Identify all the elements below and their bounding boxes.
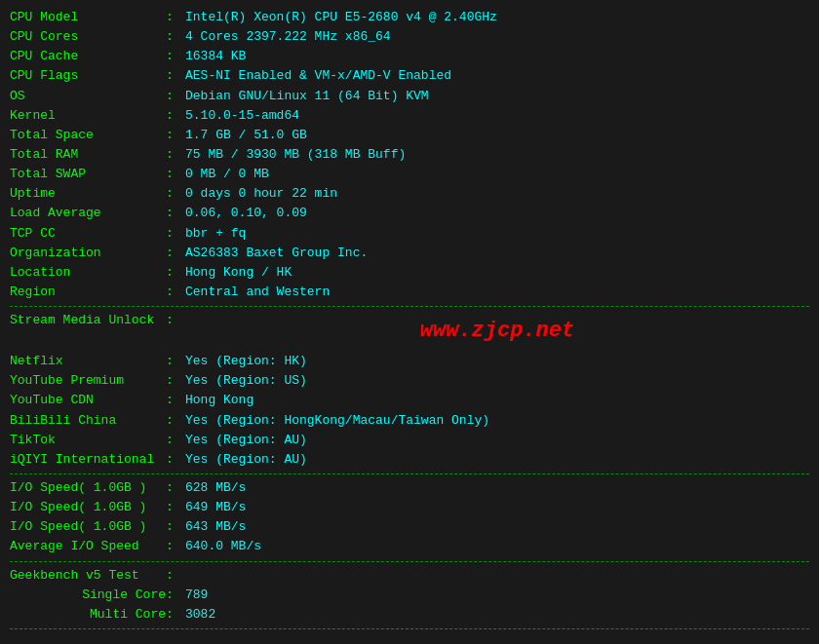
colon-11: :: [166, 204, 185, 223]
tcp-cc-row: TCP CC : bbr + fq: [10, 224, 809, 244]
tiktok-label: TikTok: [10, 431, 166, 450]
bilibili-value: Yes (Region: HongKong/Macau/Taiwan Only): [185, 411, 809, 431]
colon-23: :: [166, 498, 185, 517]
netflix-row: Netflix : Yes (Region: HK): [10, 352, 809, 371]
load-avg-row: Load Average : 0.06, 0.10, 0.09: [10, 204, 809, 223]
colon-17: :: [166, 371, 185, 391]
uptime-value: 0 days 0 hour 22 min: [185, 184, 809, 204]
region-value: Central and Western: [185, 283, 809, 302]
tiktok-row: TikTok : Yes (Region: AU): [10, 431, 809, 450]
total-swap-value: 0 MB / 0 MB: [185, 165, 809, 184]
location-label: Location: [10, 263, 166, 283]
region-row: Region : Central and Western: [10, 283, 809, 302]
netflix-value: Yes (Region: HK): [185, 352, 809, 371]
colon-16: :: [166, 352, 185, 371]
youtube-cdn-value: Hong Kong: [185, 391, 809, 410]
total-space-row: Total Space : 1.7 GB / 51.0 GB: [10, 126, 809, 145]
colon-14: :: [166, 263, 185, 283]
os-value: Debian GNU/Linux 11 (64 Bit) KVM: [185, 87, 809, 106]
io1-label: I/O Speed( 1.0GB ): [10, 478, 166, 498]
avg-io-label: Average I/O Speed: [10, 537, 166, 556]
cpu-model-value: Intel(R) Xeon(R) CPU E5-2680 v4 @ 2.40GH…: [185, 8, 809, 27]
colon-26: :: [166, 566, 185, 586]
colon-3: :: [166, 47, 185, 66]
location-value: Hong Kong / HK: [185, 263, 809, 283]
colon-stream: :: [166, 311, 185, 352]
single-core-label: Single Core: [10, 586, 166, 605]
kernel-label: Kernel: [10, 106, 166, 126]
io3-value: 643 MB/s: [185, 517, 809, 537]
total-ram-value: 75 MB / 3930 MB (318 MB Buff): [185, 145, 809, 165]
io2-label: I/O Speed( 1.0GB ): [10, 498, 166, 517]
youtube-premium-label: YouTube Premium: [10, 371, 166, 391]
tcp-cc-value: bbr + fq: [185, 224, 809, 244]
divider-4: [10, 628, 809, 629]
single-core-row: Single Core : 789: [10, 586, 809, 605]
os-label: OS: [10, 87, 166, 106]
colon-22: :: [166, 478, 185, 498]
load-avg-label: Load Average: [10, 204, 166, 223]
iqiyi-value: Yes (Region: AU): [185, 450, 809, 470]
colon-12: :: [166, 224, 185, 244]
total-ram-row: Total RAM : 75 MB / 3930 MB (318 MB Buff…: [10, 145, 809, 165]
cpu-cores-label: CPU Cores: [10, 27, 166, 47]
stream-section-row: Stream Media Unlock : www.zjcp.net: [10, 311, 809, 352]
colon-27: :: [166, 586, 185, 605]
total-space-label: Total Space: [10, 126, 166, 145]
colon-20: :: [166, 431, 185, 450]
colon-5: :: [166, 87, 185, 106]
divider-2: [10, 474, 809, 474]
tiktok-value: Yes (Region: AU): [185, 431, 809, 450]
youtube-premium-row: YouTube Premium : Yes (Region: US): [10, 371, 809, 391]
cpu-cores-row: CPU Cores : 4 Cores 2397.222 MHz x86_64: [10, 27, 809, 47]
multi-core-value: 3082: [185, 605, 809, 625]
colon-9: :: [166, 165, 185, 184]
cpu-cache-row: CPU Cache : 16384 KB: [10, 47, 809, 66]
cpu-cache-value: 16384 KB: [185, 47, 809, 66]
bilibili-row: BiliBili China : Yes (Region: HongKong/M…: [10, 411, 809, 431]
colon-6: :: [166, 106, 185, 126]
colon-7: :: [166, 126, 185, 145]
io3-row: I/O Speed( 1.0GB ) : 643 MB/s: [10, 517, 809, 537]
org-label: Organization: [10, 244, 166, 263]
stream-section-label: Stream Media Unlock: [10, 311, 166, 352]
io2-value: 649 MB/s: [185, 498, 809, 517]
colon-19: :: [166, 411, 185, 431]
netflix-label: Netflix: [10, 352, 166, 371]
os-row: OS : Debian GNU/Linux 11 (64 Bit) KVM: [10, 87, 809, 106]
multi-core-label: Multi Core: [10, 605, 166, 625]
colon-28: :: [166, 605, 185, 625]
colon-4: :: [166, 66, 185, 86]
location-row: Location : Hong Kong / HK: [10, 263, 809, 283]
watermark: www.zjcp.net: [185, 315, 809, 348]
kernel-value: 5.10.0-15-amd64: [185, 106, 809, 126]
total-swap-row: Total SWAP : 0 MB / 0 MB: [10, 165, 809, 184]
bilibili-label: BiliBili China: [10, 411, 166, 431]
iqiyi-row: iQIYI International : Yes (Region: AU): [10, 450, 809, 470]
youtube-premium-value: Yes (Region: US): [185, 371, 809, 391]
io2-row: I/O Speed( 1.0GB ) : 649 MB/s: [10, 498, 809, 517]
geekbench-test-row: Geekbench v5 Test :: [10, 566, 809, 586]
kernel-row: Kernel : 5.10.0-15-amd64: [10, 106, 809, 126]
colon-8: :: [166, 145, 185, 165]
io3-label: I/O Speed( 1.0GB ): [10, 517, 166, 537]
iqiyi-label: iQIYI International: [10, 450, 166, 470]
total-swap-label: Total SWAP: [10, 165, 166, 184]
multi-core-row: Multi Core : 3082: [10, 605, 809, 625]
io1-row: I/O Speed( 1.0GB ) : 628 MB/s: [10, 478, 809, 498]
single-core-value: 789: [185, 586, 809, 605]
cpu-flags-label: CPU Flags: [10, 66, 166, 86]
cpu-flags-value: AES-NI Enabled & VM-x/AMD-V Enabled: [185, 66, 809, 86]
uptime-label: Uptime: [10, 184, 166, 204]
tcp-cc-label: TCP CC: [10, 224, 166, 244]
avg-io-row: Average I/O Speed : 640.0 MB/s: [10, 537, 809, 556]
avg-io-value: 640.0 MB/s: [185, 537, 809, 556]
youtube-cdn-label: YouTube CDN: [10, 391, 166, 410]
org-value: AS26383 Baxet Group Inc.: [185, 244, 809, 263]
uptime-row: Uptime : 0 days 0 hour 22 min: [10, 184, 809, 204]
total-space-value: 1.7 GB / 51.0 GB: [185, 126, 809, 145]
io1-value: 628 MB/s: [185, 478, 809, 498]
colon-21: :: [166, 450, 185, 470]
colon-13: :: [166, 244, 185, 263]
total-ram-label: Total RAM: [10, 145, 166, 165]
